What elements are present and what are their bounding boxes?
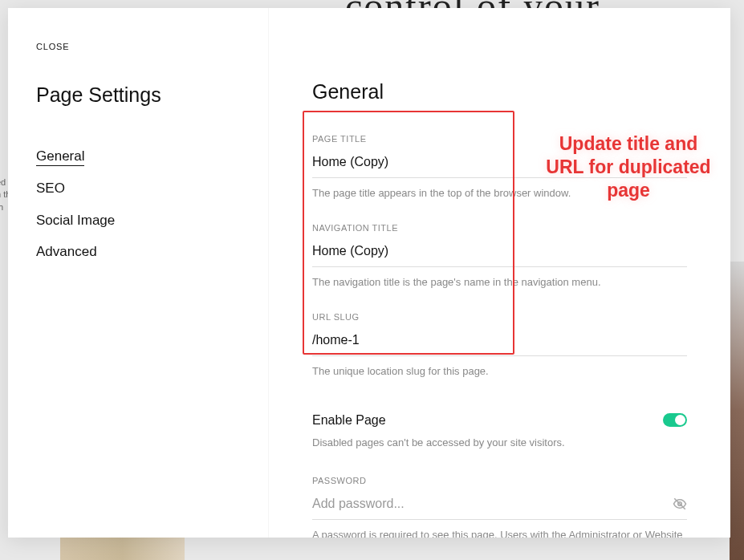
page-title-label: PAGE TITLE [312,134,687,144]
password-input[interactable] [312,497,687,520]
url-slug-field: URL SLUG The unique location slug for th… [312,312,687,379]
navigation-title-label: NAVIGATION TITLE [312,223,687,233]
enable-page-label: Enable Page [312,413,386,428]
settings-content: General Update title and URL for duplica… [269,8,730,538]
eye-off-icon[interactable] [673,497,687,514]
nav-item-general[interactable]: General [36,140,236,172]
toggle-knob [675,415,685,425]
enable-page-help: Disabled pages can't be accessed by your… [312,436,687,450]
password-label: PASSWORD [312,476,687,485]
navigation-title-input[interactable] [312,244,687,267]
navigation-title-help: The navigation title is the page's name … [312,275,687,290]
backdrop-image-right [730,262,744,560]
password-help: A password is required to see this page.… [312,528,687,538]
enable-page-row: Enable Page [312,413,687,428]
modal-title: Page Settings [36,83,236,107]
page-settings-modal: CLOSE Page Settings General SEO Social I… [8,8,730,538]
password-field: PASSWORD A password is required to see t… [312,476,687,538]
nav-item-advanced[interactable]: Advanced [36,236,236,268]
page-title-input[interactable] [312,155,687,178]
section-title: General [312,80,687,103]
page-title-help: The page title appears in the top of the… [312,186,687,201]
enable-page-toggle[interactable] [663,413,687,427]
navigation-title-field: NAVIGATION TITLE The navigation title is… [312,223,687,290]
url-slug-label: URL SLUG [312,312,687,322]
nav-item-seo[interactable]: SEO [36,172,236,205]
nav-item-social-image[interactable]: Social Image [36,205,236,237]
backdrop-image-left [60,536,185,560]
settings-nav: General SEO Social Image Advanced [36,140,236,268]
close-button[interactable]: CLOSE [36,42,236,51]
page-title-field: PAGE TITLE The page title appears in the… [312,134,687,201]
url-slug-input[interactable] [312,333,687,356]
settings-sidebar: CLOSE Page Settings General SEO Social I… [8,8,269,538]
url-slug-help: The unique location slug for this page. [312,364,687,379]
